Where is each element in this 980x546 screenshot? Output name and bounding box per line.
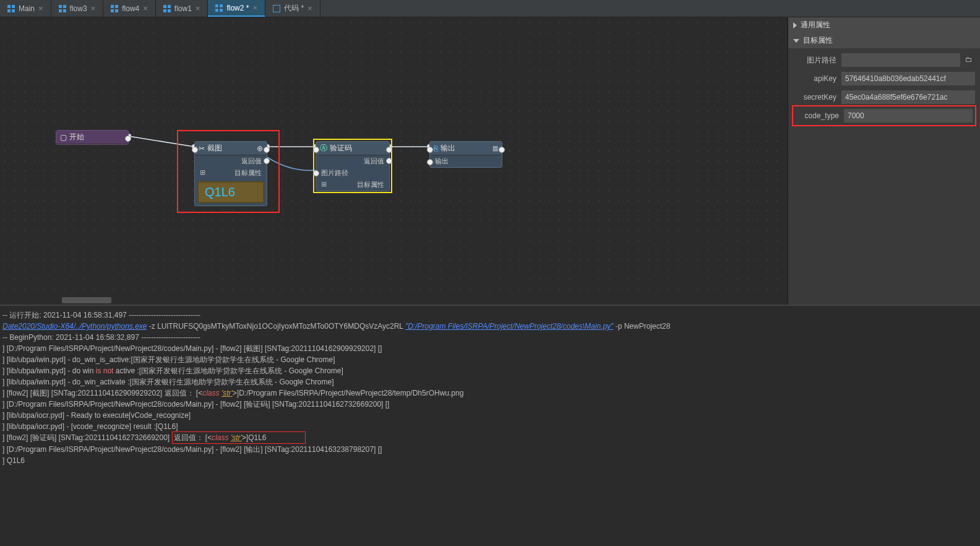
close-icon[interactable]: × [252, 3, 257, 12]
port-label: 目标属性 [234, 168, 262, 178]
menu-icon[interactable]: ▥ [492, 145, 498, 152]
tab-label: Main [19, 4, 35, 13]
prop-input-codetype[interactable] [844, 109, 973, 123]
section-title: 通用属性 [801, 20, 830, 30]
console-line: ] [lib/ubpa/iwin.pyd] - do_win_activate … [2, 376, 978, 388]
output-port[interactable] [125, 136, 131, 142]
node-screenshot[interactable]: ✂截图⊕ 返回值 目标属性 Q1L6 [194, 141, 267, 206]
console-panel[interactable]: -- 运行开始: 2021-11-04 16:58:31,497 -------… [0, 305, 980, 546]
prop-row-apikey: apiKey [793, 72, 975, 85]
return-port[interactable] [264, 158, 270, 164]
captcha-icon: Ⓐ [320, 143, 327, 154]
return-port[interactable] [386, 158, 392, 164]
canvas-h-scrollbar[interactable] [0, 297, 787, 305]
chevron-down-icon [793, 39, 799, 43]
prop-input-imagepath[interactable] [841, 53, 960, 67]
tab-label: 代码 * [284, 3, 304, 14]
tab-flow3[interactable]: flow3× [51, 0, 104, 17]
scissors-icon: ✂ [199, 144, 205, 153]
node-title: 验证码 [330, 143, 352, 154]
expand-icon[interactable] [321, 180, 327, 189]
console-line: -- 运行开始: 2021-11-04 16:58:31,497 -------… [2, 310, 978, 321]
output-port[interactable] [499, 147, 505, 153]
tab-main[interactable]: Main× [0, 0, 51, 17]
section-title: 目标属性 [803, 35, 833, 46]
console-line: ] Q1L6 [2, 455, 978, 466]
console-line: ] [D:/Program Files/ISRPA/Project/NewPro… [2, 399, 978, 410]
console-line: ] [flow2] [截图] [SNTag:202111041629099292… [2, 388, 978, 399]
prop-row-imagepath: 图片路径 🗀 [793, 53, 975, 67]
prop-label: code_type [796, 111, 839, 120]
node-title: 输出 [441, 143, 455, 154]
output-port[interactable] [386, 147, 392, 153]
svg-line-0 [129, 136, 194, 147]
play-icon: ▢ [60, 133, 67, 142]
value-port[interactable] [427, 159, 433, 165]
console-line: Date2020/Studio-X64/../Python/pythons.ex… [2, 321, 978, 332]
tab-bar: Main× flow3× flow4× flow1× flow2 *× 代码 *… [0, 0, 980, 17]
tab-flow4[interactable]: flow4× [103, 0, 156, 17]
flow-icon [111, 5, 118, 12]
port-label: 输出 [435, 157, 449, 166]
target-props-header[interactable]: 目标属性 [788, 33, 980, 48]
tab-label: flow1 [174, 4, 192, 13]
input-port[interactable] [192, 147, 198, 153]
node-verify[interactable]: Ⓐ验证码 返回值 图片路径 目标属性 [316, 141, 390, 191]
close-icon[interactable]: × [196, 4, 200, 13]
tab-flow2[interactable]: flow2 *× [208, 0, 265, 17]
port-label: 目标属性 [357, 180, 384, 189]
node-start[interactable]: ▢ 开始 [56, 130, 129, 145]
export-icon: ⎘ [434, 144, 438, 153]
prop-row-secretkey: secretKey [793, 90, 975, 104]
chevron-right-icon [793, 22, 797, 28]
expand-icon[interactable] [200, 168, 205, 178]
code-icon [273, 5, 280, 12]
close-icon[interactable]: × [38, 4, 43, 13]
folder-icon[interactable]: 🗀 [965, 55, 975, 65]
close-icon[interactable]: × [143, 4, 148, 13]
flow-icon [59, 5, 66, 12]
scroll-thumb[interactable] [62, 297, 111, 303]
console-line: ] [D:/Program Files/ISRPA/Project/NewPro… [2, 444, 978, 455]
prop-input-secretkey[interactable] [841, 90, 975, 104]
flow-canvas[interactable]: ▢ 开始 ✂截图⊕ 返回值 目标属性 Q1L6 [0, 17, 787, 297]
flow-icon [163, 5, 171, 12]
console-line: ] [lib/ubpa/iocr.pyd] - [vcode_recognize… [2, 421, 978, 432]
console-line: ] [D:/Program Files/ISRPA/Project/NewPro… [2, 343, 978, 354]
close-icon[interactable]: × [91, 4, 96, 13]
close-icon[interactable]: × [307, 4, 312, 13]
port-label: 返回值 [364, 157, 384, 166]
output-port[interactable] [264, 147, 270, 153]
tab-label: flow3 [70, 4, 87, 13]
console-line: ] [flow2] [验证码] [SNTag:20211104162732669… [2, 432, 978, 444]
node-title: 开始 [69, 132, 84, 142]
captcha-preview: Q1L6 [197, 181, 264, 203]
target-icon[interactable]: ⊕ [257, 144, 263, 153]
prop-input-apikey[interactable] [841, 72, 975, 85]
flow-icon [7, 5, 15, 12]
console-line: ] [lib/ubpa/iocr.pyd] - Ready to execute… [2, 410, 978, 421]
input-port[interactable] [427, 147, 433, 153]
prop-row-codetype: code_type [792, 105, 976, 126]
console-line: ] [lib/ubpa/iwin.pyd] - do_win_is_active… [2, 354, 978, 365]
node-title: 截图 [207, 143, 222, 154]
tab-label: flow2 * [226, 4, 249, 12]
tab-flow1[interactable]: flow1× [156, 0, 208, 17]
prop-label: secretKey [793, 93, 836, 102]
tab-label: flow4 [122, 4, 139, 13]
node-output[interactable]: ⎘输出▥ 输出 [429, 141, 502, 168]
prop-label: 图片路径 [793, 55, 836, 66]
general-props-header[interactable]: 通用属性 [788, 17, 980, 33]
console-line: -- BeginPython: 2021-11-04 16:58:32,897 … [2, 332, 978, 343]
prop-label: apiKey [793, 74, 836, 83]
tab-code[interactable]: 代码 *× [265, 0, 320, 17]
port-label: 返回值 [241, 157, 262, 166]
port-label: 图片路径 [321, 168, 348, 178]
flow-icon [215, 4, 223, 12]
properties-panel: 通用属性 目标属性 图片路径 🗀 apiKey secretKey code_t [787, 17, 980, 305]
input-port[interactable] [313, 147, 319, 153]
console-line: ] [lib/ubpa/iwin.pyd] - do win is not ac… [2, 365, 978, 376]
path-port[interactable] [313, 170, 319, 176]
